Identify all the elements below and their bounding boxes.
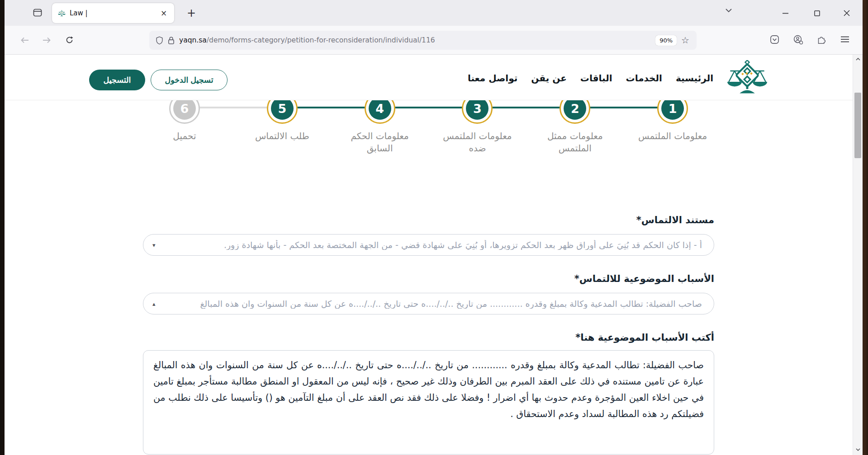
step-1-circle: 1 bbox=[657, 100, 688, 124]
page-scrollbar[interactable] bbox=[853, 55, 863, 455]
window-minimize-button[interactable] bbox=[776, 6, 795, 20]
chevron-down-icon bbox=[856, 448, 860, 451]
caret-up-icon: ▴ bbox=[152, 301, 156, 307]
reload-icon bbox=[66, 36, 73, 44]
objective-reasons-label: الأسباب الموضوعية للالتماس* bbox=[143, 273, 714, 284]
new-tab-button[interactable]: + bbox=[185, 6, 198, 20]
back-arrow-icon bbox=[21, 37, 29, 43]
nav-home[interactable]: الرئيسية bbox=[676, 73, 713, 84]
reasons-textarea-label: أكتب الأسباب الموضوعية هنا* bbox=[143, 332, 714, 343]
step-number: 3 bbox=[466, 100, 489, 120]
step-label: معلومات الملتمس ضده bbox=[434, 130, 520, 155]
caret-down-icon: ▾ bbox=[152, 242, 156, 248]
site-logo[interactable] bbox=[723, 60, 771, 96]
petition-form: مستند الالتماس* أ - إذا كان الحكم قد بُن… bbox=[143, 215, 714, 455]
extensions-button[interactable] bbox=[815, 33, 828, 46]
chevron-up-icon bbox=[856, 58, 860, 61]
zoom-level-badge[interactable]: 90% bbox=[655, 35, 677, 46]
browser-content: الرئيسية الخدمات الباقات عن يقن تواصل مع… bbox=[5, 55, 863, 455]
reload-button[interactable] bbox=[62, 33, 77, 48]
profile-icon bbox=[793, 34, 803, 45]
active-tab[interactable]: Law | × bbox=[52, 3, 174, 23]
petition-document-select[interactable]: أ - إذا كان الحكم قد بُنِيَ على أوراق ظه… bbox=[143, 234, 714, 256]
step-5-circle: 5 bbox=[267, 100, 298, 124]
browser-window: Law | × + bbox=[5, 0, 863, 455]
step-number: 4 bbox=[369, 100, 391, 120]
step-3[interactable]: 3 معلومات الملتمس ضده bbox=[429, 100, 526, 155]
scales-logo-icon bbox=[723, 60, 771, 96]
bookmark-star-icon[interactable]: ☆ bbox=[681, 36, 689, 45]
address-bar[interactable]: yaqn.sa/demo/forms-category/petition-for… bbox=[149, 31, 697, 50]
step-4-circle: 4 bbox=[365, 100, 395, 124]
site-header: الرئيسية الخدمات الباقات عن يقن تواصل مع… bbox=[5, 55, 853, 100]
step-1[interactable]: 1 معلومات الملتمس bbox=[624, 100, 721, 155]
step-number: 5 bbox=[271, 100, 294, 120]
chevron-down-icon bbox=[725, 8, 732, 13]
petition-document-label: مستند الالتماس* bbox=[143, 215, 714, 225]
nav-contact[interactable]: تواصل معنا bbox=[468, 73, 517, 84]
web-page: الرئيسية الخدمات الباقات عن يقن تواصل مع… bbox=[5, 55, 853, 455]
step-label: معلومات ممثل الملتمس bbox=[532, 130, 618, 155]
window-maximize-button[interactable] bbox=[807, 6, 826, 20]
step-3-circle: 3 bbox=[462, 100, 493, 124]
firefox-view-icon bbox=[33, 9, 42, 17]
register-button[interactable]: التسجيل bbox=[89, 70, 145, 90]
progress-stepper: 1 معلومات الملتمس 2 معلومات ممثل الملتمس… bbox=[136, 100, 721, 155]
minimize-icon bbox=[783, 13, 788, 14]
header-buttons: التسجيل تسجيل الدخول bbox=[89, 70, 228, 90]
objective-reasons-value: صاحب الفضيلة: تطالب المدعية وكالة بمبلغ … bbox=[164, 299, 702, 309]
forward-button[interactable] bbox=[39, 33, 54, 48]
step-2-circle: 2 bbox=[560, 100, 590, 124]
firefox-view-button[interactable] bbox=[32, 7, 43, 18]
maximize-icon bbox=[814, 10, 820, 16]
step-label: معلومات الملتمس bbox=[638, 130, 707, 142]
back-button[interactable] bbox=[17, 33, 33, 48]
step-number: 2 bbox=[564, 100, 586, 120]
main-nav: الرئيسية الخدمات الباقات عن يقن تواصل مع… bbox=[468, 73, 713, 84]
list-tabs-button[interactable] bbox=[725, 8, 732, 13]
forward-arrow-icon bbox=[43, 37, 51, 43]
window-close-button[interactable] bbox=[837, 6, 856, 20]
scrollbar-up-arrow[interactable] bbox=[854, 56, 862, 63]
extensions-puzzle-icon bbox=[817, 35, 826, 44]
url-path: /demo/forms-category/petition-for-recons… bbox=[207, 36, 435, 44]
nav-services[interactable]: الخدمات bbox=[626, 73, 662, 84]
pocket-icon bbox=[770, 35, 779, 44]
step-2[interactable]: 2 معلومات ممثل الملتمس bbox=[526, 100, 624, 155]
petition-document-value: أ - إذا كان الحكم قد بُنِيَ على أوراق ظه… bbox=[164, 240, 702, 250]
close-icon bbox=[844, 10, 850, 16]
step-6-circle: 6 bbox=[169, 100, 200, 124]
tab-bar: Law | × + bbox=[5, 0, 863, 26]
step-5[interactable]: 5 طلب الالتماس bbox=[233, 100, 331, 155]
login-button[interactable]: تسجيل الدخول bbox=[151, 70, 228, 90]
step-number: 1 bbox=[661, 100, 684, 120]
browser-toolbar: yaqn.sa/demo/forms-category/petition-for… bbox=[5, 26, 863, 55]
step-6: 6 تحميل bbox=[136, 100, 233, 155]
url-host: yaqn.sa bbox=[179, 36, 207, 44]
reasons-textarea[interactable]: صاحب الفضيلة: تطالب المدعية وكالة بمبلغ … bbox=[143, 350, 714, 455]
toolbar-right-icons bbox=[768, 33, 852, 46]
shield-icon bbox=[156, 36, 163, 45]
step-label: تحميل bbox=[173, 130, 196, 142]
nav-packages[interactable]: الباقات bbox=[580, 73, 612, 84]
scrollbar-thumb[interactable] bbox=[854, 93, 861, 158]
step-label: طلب الالتماس bbox=[255, 130, 309, 142]
tab-close-icon[interactable]: × bbox=[159, 8, 169, 18]
hamburger-menu-icon bbox=[841, 36, 849, 42]
menu-button[interactable] bbox=[838, 33, 852, 46]
objective-reasons-select[interactable]: صاحب الفضيلة: تطالب المدعية وكالة بمبلغ … bbox=[143, 293, 714, 314]
step-label: معلومات الحكم السابق bbox=[337, 130, 423, 155]
step-number: 6 bbox=[173, 100, 196, 120]
account-button[interactable] bbox=[791, 33, 805, 46]
url-text[interactable]: yaqn.sa/demo/forms-category/petition-for… bbox=[179, 36, 435, 44]
tab-title: Law | bbox=[70, 9, 155, 17]
scrollbar-down-arrow[interactable] bbox=[854, 446, 862, 453]
tab-favicon bbox=[57, 10, 66, 17]
lock-icon bbox=[168, 36, 175, 45]
nav-about[interactable]: عن يقن bbox=[531, 73, 567, 84]
pocket-button[interactable] bbox=[768, 33, 781, 46]
step-4[interactable]: 4 معلومات الحكم السابق bbox=[331, 100, 429, 155]
form-page: 1 معلومات الملتمس 2 معلومات ممثل الملتمس… bbox=[5, 100, 853, 455]
